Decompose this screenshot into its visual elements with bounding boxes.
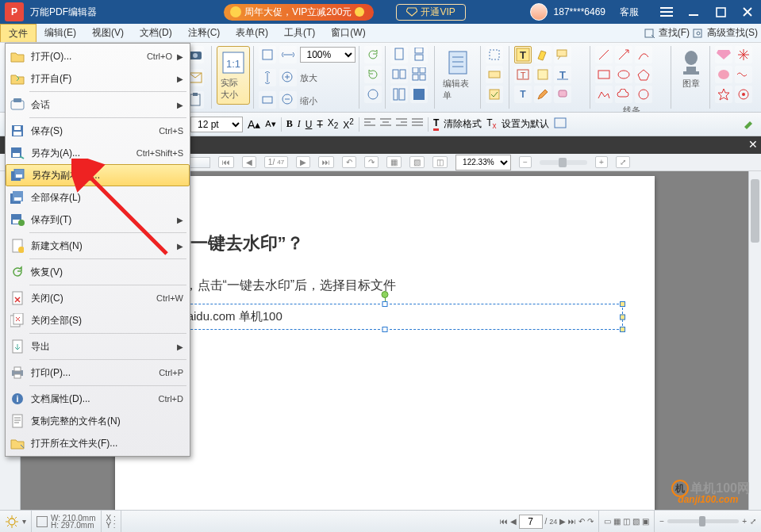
file-menu-session[interactable]: 会话▶ xyxy=(6,94,190,116)
text-annotation-T-icon[interactable]: T xyxy=(514,46,532,63)
file-menu-print[interactable]: 打印(P)...Ctrl+P xyxy=(6,362,190,384)
subscript-button[interactable]: X2 xyxy=(328,117,339,130)
zoom-select[interactable]: 122.33% xyxy=(455,155,511,170)
maximize-button[interactable] xyxy=(707,0,734,24)
view-mode-5[interactable]: ▣ xyxy=(642,517,649,526)
nav-forward-button[interactable]: ↷ xyxy=(587,517,594,526)
rectangle-tool-icon[interactable] xyxy=(595,66,613,83)
underline-button[interactable]: U xyxy=(306,119,313,130)
file-menu-new-doc[interactable]: 新建文档(N)▶ xyxy=(6,235,190,257)
polyline-tool-icon[interactable] xyxy=(595,86,613,103)
zoom-level-select[interactable]: 100% xyxy=(300,47,356,63)
menu-button[interactable] xyxy=(653,0,680,24)
zoom-out-button[interactable]: − xyxy=(659,517,664,526)
file-menu-open-folder[interactable]: 打开所在文件夹(F)... xyxy=(6,432,190,454)
align-right-icon[interactable] xyxy=(396,118,407,130)
view-mode-4[interactable]: ▧ xyxy=(632,517,640,526)
line-tool-icon[interactable] xyxy=(595,46,613,63)
nav-prev-button[interactable]: ◀ xyxy=(510,517,517,526)
view-mode-2[interactable]: ▦ xyxy=(613,517,621,526)
align-center-icon[interactable] xyxy=(380,118,391,130)
selected-text-box[interactable]: www.baidu.com 单机100 xyxy=(147,304,623,330)
diamond-pink-icon[interactable] xyxy=(715,46,732,63)
align-left-icon[interactable] xyxy=(364,118,375,130)
resize-handle[interactable] xyxy=(620,327,625,332)
close-icon[interactable]: ✕ xyxy=(748,138,758,151)
fit-width-icon[interactable] xyxy=(279,46,297,63)
resize-handle[interactable] xyxy=(620,314,625,320)
justify-icon[interactable] xyxy=(412,118,423,130)
scrollbar-thumb[interactable] xyxy=(751,179,759,243)
layout-toggle2[interactable]: ▧ xyxy=(409,156,425,168)
resize-handle[interactable] xyxy=(382,301,387,307)
file-menu-properties[interactable]: i文档属性(D)...Ctrl+D xyxy=(6,388,190,410)
slider-thumb[interactable] xyxy=(699,516,705,526)
page-number-input[interactable] xyxy=(519,515,543,529)
underline-text-icon[interactable]: T xyxy=(514,86,532,103)
highlight-icon[interactable] xyxy=(534,46,552,63)
fit-height-icon[interactable] xyxy=(259,69,276,86)
menu-window[interactable]: 窗口(W) xyxy=(323,24,373,42)
fit-icon[interactable]: ⤢ xyxy=(616,156,630,168)
page-size-toggle[interactable] xyxy=(37,516,48,527)
pencil-icon[interactable] xyxy=(534,86,552,103)
zoom-out-small[interactable]: − xyxy=(519,156,532,168)
refresh-icon[interactable] xyxy=(364,86,382,103)
close-button[interactable] xyxy=(734,0,761,24)
search-link[interactable]: 查找(F) xyxy=(659,26,690,40)
view-mode-3[interactable]: ◫ xyxy=(623,517,630,526)
continuous-icon[interactable] xyxy=(410,46,428,63)
form-field-icon[interactable] xyxy=(486,66,503,83)
paragraph-icon[interactable] xyxy=(554,117,567,131)
vip-button[interactable]: 开通VIP xyxy=(396,4,465,21)
history-forward[interactable]: ↷ xyxy=(364,156,379,168)
zoom-in-small[interactable]: + xyxy=(595,156,608,168)
page-nav-next[interactable]: ▶ xyxy=(296,156,310,168)
arrows-red-icon[interactable] xyxy=(735,46,752,63)
zoom-slider[interactable] xyxy=(540,160,587,165)
wave-red-icon[interactable] xyxy=(735,66,752,83)
view-mode-1[interactable]: ▭ xyxy=(604,517,611,526)
nav-back-button[interactable]: ↶ xyxy=(578,517,585,526)
file-menu-close[interactable]: 关闭(C)Ctrl+W xyxy=(6,287,190,309)
file-menu-save[interactable]: 保存(S)Ctrl+S xyxy=(6,120,190,142)
customer-service-link[interactable]: 客服 xyxy=(620,6,639,19)
set-default-button[interactable]: 设置为默认 xyxy=(502,117,549,131)
font-size-select[interactable]: 12 pt xyxy=(190,117,243,132)
file-menu-close-all[interactable]: 关闭全部(S) xyxy=(6,309,190,331)
nav-last-button[interactable]: ⏭ xyxy=(568,517,576,526)
file-menu-export[interactable]: 导出▶ xyxy=(6,335,190,358)
fit-visible-icon[interactable] xyxy=(259,91,276,109)
file-menu-folder-arrow[interactable]: 打开自(F)▶ xyxy=(6,67,190,90)
decrease-font-icon[interactable]: A▾ xyxy=(265,119,275,129)
zoom-fit-button[interactable]: ⤢ xyxy=(750,517,756,526)
increase-font-icon[interactable]: A▴ xyxy=(248,118,260,131)
avatar[interactable] xyxy=(530,3,548,21)
thumbnails-icon[interactable] xyxy=(390,86,408,103)
settings-gear-button[interactable]: ▾ xyxy=(0,511,32,532)
strikethrough-button[interactable]: T xyxy=(317,119,322,130)
star-red-icon[interactable] xyxy=(715,86,732,103)
user-phone[interactable]: 187****6469 xyxy=(554,6,605,17)
zoom-in-button[interactable]: + xyxy=(742,517,747,526)
menu-form[interactable]: 表单(R) xyxy=(228,24,276,42)
callout-icon[interactable] xyxy=(554,46,571,63)
file-menu-save-to[interactable]: 保存到(T)▶ xyxy=(6,209,190,231)
actual-size-button[interactable]: 1:1 实际大小 xyxy=(217,46,250,105)
view-split[interactable]: ◫ xyxy=(432,156,448,168)
file-menu-save-copy[interactable]: 另存为副本(Y)... xyxy=(6,164,190,186)
cloud-tool-icon[interactable] xyxy=(615,86,632,103)
file-menu-copy-name[interactable]: 复制完整的文件名(N) xyxy=(6,410,190,432)
layout-toggle[interactable]: ▦ xyxy=(386,156,402,168)
file-menu-save-all[interactable]: 全部保存(L) xyxy=(6,186,190,209)
single-page-icon[interactable] xyxy=(390,46,408,63)
blob-pink-icon[interactable] xyxy=(715,66,732,83)
typewriter-icon[interactable]: T xyxy=(554,66,571,83)
checkbox-icon[interactable] xyxy=(486,86,503,103)
minimize-button[interactable] xyxy=(680,0,707,24)
note-icon[interactable] xyxy=(534,66,552,83)
history-back[interactable]: ↶ xyxy=(342,156,356,168)
italic-button[interactable]: I xyxy=(298,118,301,130)
fit-page-icon[interactable] xyxy=(259,46,276,63)
menu-tools[interactable]: 工具(T) xyxy=(276,24,323,42)
